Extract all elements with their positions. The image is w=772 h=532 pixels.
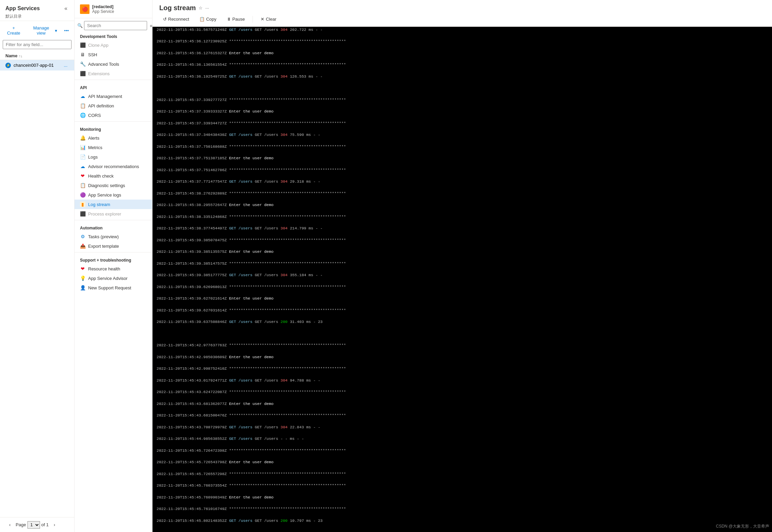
manage-view-label: Manage view <box>29 25 54 36</box>
main-header: Log stream ☆ ··· ↺ Reconnect 📋 Copy ⏸ Pa… <box>153 0 772 27</box>
sort-icon[interactable]: ↑↓ <box>19 54 22 58</box>
api-management-icon: ☁ <box>80 94 85 99</box>
nav-item-app-service-logs[interactable]: 🟣 App Service logs <box>75 190 152 200</box>
nav-item-api-definition[interactable]: 📋 API definition <box>75 101 152 110</box>
reconnect-label: Reconnect <box>168 17 189 22</box>
nav-item-health-check[interactable]: ❤ Health check <box>75 171 152 181</box>
copy-icon: 📋 <box>199 17 205 22</box>
log-terminal[interactable]: 2022-11-20T15:45:31.567571249Z GET /user… <box>153 27 772 532</box>
nav-panel-header: 🔴 [redacted] App Service <box>75 0 152 18</box>
copy-button[interactable]: 📋 Copy <box>196 15 220 24</box>
filter-input[interactable] <box>3 40 72 49</box>
nav-item-cors[interactable]: 🌐 CORS <box>75 110 152 120</box>
nav-item-advanced-tools[interactable]: 🔧 Advanced Tools <box>75 59 152 69</box>
resource-type: App Service <box>92 9 114 14</box>
search-icon: 🔍 <box>77 23 83 28</box>
nav-item-new-support-request[interactable]: 👤 New Support Request <box>75 283 152 292</box>
nav-item-label: CORS <box>88 113 101 118</box>
nav-item-label: Process explorer <box>88 211 121 217</box>
nav-item-label: Metrics <box>88 145 102 150</box>
nav-item-metrics[interactable]: 📊 Metrics <box>75 143 152 152</box>
log-stream-icon: ▮ <box>80 202 85 207</box>
manage-view-button[interactable]: Manage view ▾ <box>26 24 60 37</box>
nav-item-tasks[interactable]: ⚙ Tasks (preview) <box>75 232 152 241</box>
nav-item-resource-health[interactable]: ❤ Resource health <box>75 264 152 273</box>
name-column-header: Name ↑↓ <box>0 52 74 60</box>
clone-app-icon: ⬛ <box>80 42 85 48</box>
alerts-icon: 🔔 <box>80 135 85 141</box>
metrics-icon: 📊 <box>80 145 85 150</box>
nav-item-label: API Management <box>88 94 122 99</box>
of-label: of 1 <box>41 522 49 527</box>
sidebar-actions: + Create Manage view ▾ ••• <box>0 21 74 40</box>
app-item-more-button[interactable]: ... <box>62 62 69 68</box>
nav-item-label: App Service logs <box>88 192 121 198</box>
create-button[interactable]: + Create <box>3 24 25 37</box>
app-service-logs-icon: 🟣 <box>80 192 85 198</box>
clear-button[interactable]: ✕ Clear <box>257 15 280 24</box>
section-header-automation: Automation <box>75 222 152 232</box>
resource-name: [redacted] <box>92 4 114 9</box>
favorite-star-icon[interactable]: ☆ <box>199 5 203 11</box>
pause-icon: ⏸ <box>227 17 231 22</box>
section-header-api: API <box>75 81 152 91</box>
diagnostic-settings-icon: 📋 <box>80 183 85 188</box>
nav-search-row: 🔍 « <box>75 18 152 30</box>
clear-label: Clear <box>266 17 276 22</box>
nav-item-label: Resource health <box>88 266 120 271</box>
resource-health-icon: ❤ <box>80 266 85 271</box>
app-list-item[interactable]: ⚡ chancein007-app-01 ... <box>0 60 74 70</box>
prev-page-button[interactable]: ‹ <box>5 520 14 529</box>
more-options-icon[interactable]: ··· <box>205 5 209 11</box>
nav-item-label: Advisor recommendations <box>88 164 139 169</box>
next-page-button[interactable]: › <box>50 520 59 529</box>
sidebar-subtitle: 默认目录 <box>5 14 69 19</box>
nav-item-api-management[interactable]: ☁ API Management <box>75 91 152 101</box>
nav-item-advisor[interactable]: ☁ Advisor recommendations <box>75 162 152 171</box>
nav-item-app-service-advisor[interactable]: 💡 App Service Advisor <box>75 273 152 283</box>
nav-item-label: Health check <box>88 173 114 179</box>
copy-label: Copy <box>206 17 216 22</box>
toolbar: ↺ Reconnect 📋 Copy ⏸ Pause ✕ Clear <box>159 15 765 24</box>
sidebar-collapse-button[interactable]: « <box>63 4 69 13</box>
app-service-icon: ⚡ <box>5 63 11 68</box>
nav-item-ssh[interactable]: 🖥 SSH <box>75 50 152 59</box>
advisor-icon: ☁ <box>80 164 85 169</box>
clear-icon: ✕ <box>261 17 264 22</box>
nav-item-label: New Support Request <box>88 285 131 290</box>
nav-item-logs[interactable]: 📄 Logs <box>75 152 152 162</box>
toolbar-separator <box>252 16 253 23</box>
reconnect-button[interactable]: ↺ Reconnect <box>159 15 193 24</box>
app-services-sidebar: App Services « 默认目录 + Create Manage view… <box>0 0 75 532</box>
nav-item-clone-app: ⬛ Clone App <box>75 40 152 50</box>
app-service-advisor-icon: 💡 <box>80 275 85 281</box>
resource-icon: 🔴 <box>80 4 89 14</box>
section-header-monitoring: Monitoring <box>75 123 152 133</box>
new-support-request-icon: 👤 <box>80 285 85 290</box>
reconnect-icon: ↺ <box>163 17 167 22</box>
name-label: Name <box>5 53 17 58</box>
page-label: Page <box>16 522 26 527</box>
nav-item-label: Advanced Tools <box>88 62 119 67</box>
sidebar-footer: ‹ Page 1 of 1 › <box>0 517 74 532</box>
sidebar-title-row: App Services « <box>5 4 69 13</box>
nav-collapse-button[interactable]: « <box>148 21 153 30</box>
pause-button[interactable]: ⏸ Pause <box>223 15 249 24</box>
api-definition-icon: 📋 <box>80 103 85 108</box>
process-explorer-icon: ⬛ <box>80 211 85 217</box>
nav-item-diagnostic-settings[interactable]: 📋 Diagnostic settings <box>75 181 152 190</box>
nav-search-input[interactable] <box>84 21 147 30</box>
more-actions-button[interactable]: ••• <box>61 26 72 35</box>
export-template-icon: 📤 <box>80 243 85 249</box>
advanced-tools-icon: 🔧 <box>80 61 85 67</box>
section-header-dev-tools: Development Tools <box>75 30 152 40</box>
nav-item-export-template[interactable]: 📤 Export template <box>75 241 152 251</box>
logs-icon: 📄 <box>80 154 85 160</box>
extensions-icon: ⬛ <box>80 71 85 76</box>
nav-item-alerts[interactable]: 🔔 Alerts <box>75 133 152 143</box>
nav-item-log-stream[interactable]: ▮ Log stream <box>75 200 152 209</box>
nav-item-label: App Service Advisor <box>88 276 127 281</box>
nav-item-label: Logs <box>88 155 98 160</box>
nav-item-label: SSH <box>88 52 97 57</box>
page-select[interactable]: 1 <box>27 521 40 529</box>
